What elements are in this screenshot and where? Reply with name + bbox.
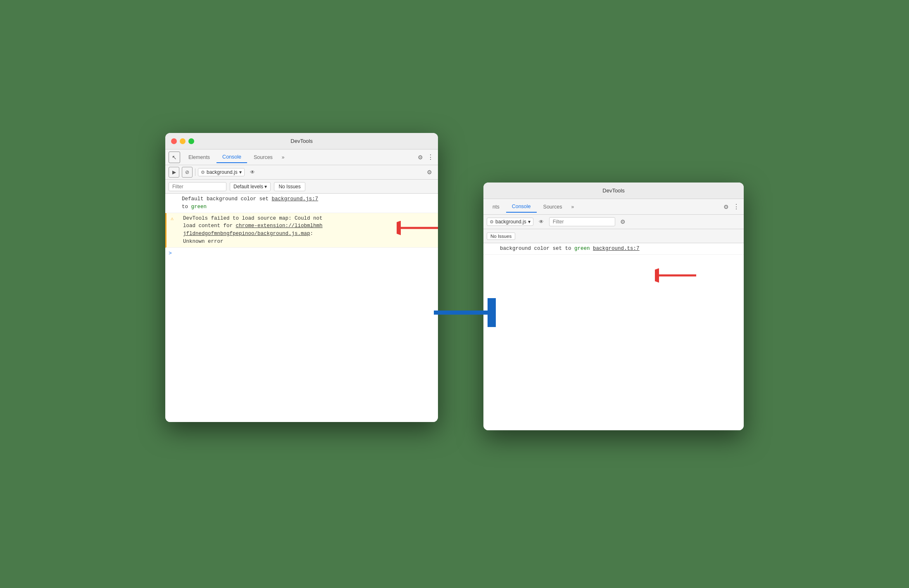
tab-elements-2[interactable]: nts <box>487 202 505 212</box>
tab-more-1[interactable]: » <box>279 153 287 162</box>
eye-icon-1[interactable]: 👁 <box>247 167 258 178</box>
console-link-1[interactable]: background.js:7 <box>272 196 319 202</box>
toolbar-gear-2[interactable]: ⚙ <box>618 216 628 227</box>
console-prompt-1[interactable] <box>165 248 438 253</box>
tab-sources-2[interactable]: Sources <box>538 202 568 212</box>
file-selector-2[interactable]: ⚙ background.js ▾ <box>487 218 533 226</box>
execute-btn-1[interactable]: ▶ <box>169 167 179 178</box>
no-issues-btn-1[interactable]: No Issues <box>274 182 305 191</box>
settings-icon-2[interactable]: ⚙ <box>721 202 731 212</box>
toolbar-gear-1[interactable]: ⚙ <box>424 167 435 178</box>
red-arrow-1 <box>397 220 446 236</box>
console-line-info-1: Default background color set background.… <box>165 194 438 213</box>
console-text-info-2: background color set to green background… <box>500 245 740 253</box>
console-line-info-2: background color set to green background… <box>483 243 744 255</box>
console-link-2[interactable]: background.ts:7 <box>593 246 640 251</box>
red-arrow-2 <box>655 267 704 284</box>
warning-icon-1: ⚠ <box>171 215 174 223</box>
block-btn-1[interactable]: ⊘ <box>182 167 193 178</box>
close-button-1[interactable] <box>171 138 177 144</box>
more-menu-icon-2[interactable]: ⋮ <box>732 202 740 212</box>
tab-console-2[interactable]: Console <box>506 201 537 213</box>
tab-sources-1[interactable]: Sources <box>248 152 278 163</box>
minimize-button-1[interactable] <box>180 138 186 144</box>
toolbar-1: ▶ ⊘ ⚙ background.js ▾ 👁 ⚙ <box>165 165 438 180</box>
file-selector-1[interactable]: ⚙ background.js ▾ <box>198 168 245 176</box>
maximize-button-1[interactable] <box>188 138 194 144</box>
window-title-2: DevTools <box>602 187 624 194</box>
file-dropdown-2: ▾ <box>528 219 531 225</box>
scene: DevTools ↖ Elements Console Sources » ⚙ … <box>165 108 744 480</box>
devtools-window-2: DevTools nts Console Sources » ⚙ ⋮ ⚙ bac… <box>483 183 744 430</box>
toolbar-2: ⚙ background.js ▾ 👁 ⚙ <box>483 215 744 229</box>
file-name-2: background.js <box>495 219 526 225</box>
tab-more-2[interactable]: » <box>569 202 576 211</box>
file-dropdown-1: ▾ <box>239 169 242 175</box>
console-content-2: background color set to green background… <box>483 243 744 430</box>
console-link-warning-1[interactable]: chrome-extension://liobmlhmh jfldnedgofm… <box>183 223 323 237</box>
console-green-1: green <box>191 204 207 210</box>
filter-input-2[interactable] <box>549 217 615 226</box>
blue-arrow <box>430 298 496 327</box>
tab-console-1[interactable]: Console <box>217 152 247 163</box>
window-title-1: DevTools <box>290 138 312 144</box>
tab-bar-2: nts Console Sources » ⚙ ⋮ <box>483 199 744 215</box>
filter-input-1[interactable] <box>169 182 226 191</box>
filter-bar-1: Default levels ▾ No Issues <box>165 180 438 194</box>
tab-bar-1: ↖ Elements Console Sources » ⚙ ⋮ <box>165 149 438 165</box>
default-levels-btn-1[interactable]: Default levels ▾ <box>230 182 271 191</box>
eye-icon-2[interactable]: 👁 <box>536 216 547 227</box>
devtools-window-1: DevTools ↖ Elements Console Sources » ⚙ … <box>165 133 438 422</box>
window-controls-1 <box>171 138 194 144</box>
filter-bar-2: No Issues <box>483 229 744 243</box>
title-bar-1: DevTools <box>165 133 438 149</box>
more-menu-icon-1[interactable]: ⋮ <box>426 152 435 163</box>
separator-1 <box>195 168 195 176</box>
console-green-2: green <box>574 246 590 251</box>
cursor-icon-1: ↖ <box>169 152 180 163</box>
tab-elements-1[interactable]: Elements <box>183 152 216 163</box>
file-name-1: background.js <box>207 169 238 175</box>
file-icon-2: ⚙ <box>490 219 494 225</box>
title-bar-2: DevTools <box>483 183 744 199</box>
settings-icon-1[interactable]: ⚙ <box>415 152 426 163</box>
file-icon-1: ⚙ <box>201 170 205 175</box>
console-text-info-1: Default background color set background.… <box>182 195 435 211</box>
no-issues-btn-2[interactable]: No Issues <box>487 232 515 240</box>
